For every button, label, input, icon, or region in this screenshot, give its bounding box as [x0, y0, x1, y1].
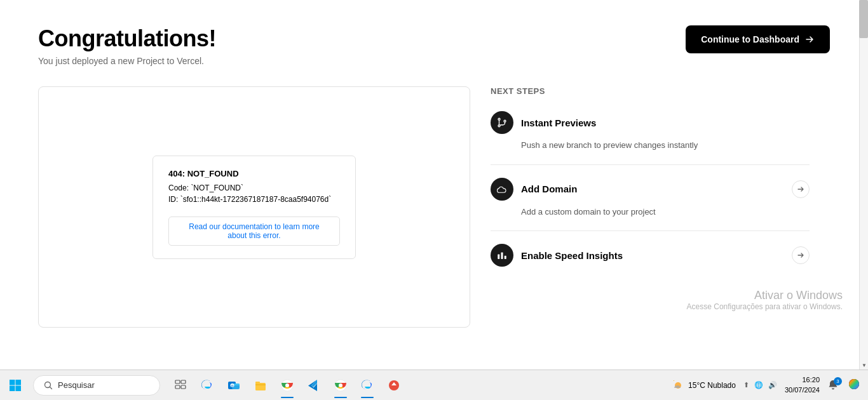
speed-insights-title: Enable Speed Insights [521, 250, 623, 261]
weather-widget: 15°C Nublado [672, 379, 736, 392]
instant-previews-icon [491, 111, 513, 134]
windows-logo-icon [9, 379, 22, 392]
error-code-detail: Code: `NOT_FOUND` [168, 183, 340, 192]
svg-rect-11 [181, 385, 186, 389]
add-domain-arrow[interactable] [792, 180, 810, 198]
tray-notification[interactable]: ⬆ [743, 381, 749, 389]
error-code-line: 404: NOT_FOUND [168, 169, 340, 178]
notification-center[interactable]: 3 [827, 379, 840, 392]
bar-chart-icon [496, 250, 508, 261]
header-section: Congratulations! You just deployed a new… [38, 25, 216, 66]
page-title: Congratulations! [38, 25, 216, 52]
taskbar-app-edge2[interactable] [355, 371, 380, 399]
taskbar-app-taskview[interactable] [168, 371, 193, 399]
svg-rect-2 [505, 256, 506, 259]
step-enable-speed-insights: Enable Speed Insights [491, 244, 810, 284]
system-tray: ⬆ 🌐 🔊 [743, 381, 777, 389]
taskbar-app-chrome1[interactable] [275, 371, 300, 399]
svg-rect-9 [181, 380, 186, 383]
svg-rect-0 [498, 255, 499, 260]
taskbar-app-edge[interactable] [194, 371, 220, 399]
svg-rect-1 [501, 253, 503, 260]
edge-icon-2 [361, 379, 374, 392]
continue-to-dashboard-button[interactable]: Continue to Dashboard [686, 25, 830, 53]
search-icon [44, 381, 53, 390]
outlook-icon: O [227, 379, 240, 392]
taskbar-app-vscode[interactable] [301, 371, 327, 399]
add-domain-icon [491, 178, 513, 201]
svg-point-22 [339, 383, 342, 387]
svg-text:O: O [231, 384, 234, 388]
taskbar-right: 15°C Nublado ⬆ 🌐 🔊 16:20 30/07/2024 3 [672, 375, 868, 395]
rainbow-icon [848, 378, 860, 390]
instant-previews-description: Push a new branch to preview changes ins… [521, 139, 810, 152]
taskbar-search-box[interactable]: Pesquisar [33, 375, 160, 396]
svg-rect-25 [674, 380, 674, 381]
step-add-domain: Add Domain Add a custom domain to your p… [491, 178, 810, 232]
branch-icon [496, 117, 508, 128]
taskbar-app-explorer[interactable] [248, 371, 273, 399]
svg-rect-8 [175, 380, 180, 383]
cloud-icon [496, 183, 508, 195]
next-steps-title: Next Steps [491, 86, 810, 96]
svg-point-27 [849, 379, 859, 389]
taskbar: Pesquisar O [0, 370, 868, 400]
page-subtitle: You just deployed a new Project to Verce… [38, 56, 216, 66]
svg-rect-18 [255, 382, 260, 384]
speed-insights-arrow[interactable] [792, 246, 810, 264]
instant-previews-title: Instant Previews [521, 117, 596, 128]
next-steps-section: Next Steps Instant Previews Push a new b… [470, 86, 830, 328]
tray-volume[interactable]: 🔊 [768, 381, 777, 389]
taskbar-app-misc[interactable] [381, 371, 407, 399]
svg-point-20 [285, 383, 289, 387]
taskbar-app-chrome2[interactable] [328, 371, 353, 399]
arrow-right-icon [804, 34, 815, 44]
step-instant-previews: Instant Previews Push a new branch to pr… [491, 111, 810, 165]
start-button[interactable] [0, 370, 31, 401]
read-docs-button[interactable]: Read our documentation to learn more abo… [168, 217, 340, 246]
error-display: 404: NOT_FOUND Code: `NOT_FOUND` ID: `sf… [153, 156, 356, 259]
scrollbar-arrow-down[interactable]: ▼ [860, 361, 868, 370]
svg-rect-5 [10, 385, 15, 391]
weather-icon [672, 379, 684, 392]
vscode-icon [308, 379, 320, 392]
scrollbar-thumb[interactable] [859, 0, 868, 38]
speed-insights-icon [491, 244, 513, 267]
temperature-display: 15°C Nublado [688, 381, 736, 390]
system-clock[interactable]: 16:20 30/07/2024 [785, 375, 820, 395]
scrollbar[interactable]: ▼ [859, 0, 868, 370]
explorer-icon [254, 379, 267, 392]
svg-rect-4 [16, 380, 22, 385]
add-domain-description: Add a custom domain to your project [521, 206, 810, 218]
misc-icon [388, 379, 400, 392]
add-domain-title: Add Domain [521, 183, 577, 194]
svg-rect-10 [175, 385, 180, 389]
chrome-icon-1 [281, 379, 294, 392]
tray-network[interactable]: 🌐 [754, 381, 763, 389]
taskbar-app-rainbow[interactable] [848, 378, 860, 393]
svg-rect-6 [16, 385, 22, 391]
error-id-detail: ID: `sfo1::h44kt-1722367187187-8caa5f940… [168, 195, 340, 204]
chrome-icon-2 [334, 379, 347, 392]
edge-icon [201, 379, 214, 392]
taskbar-apps: O [168, 371, 407, 399]
deployment-preview: 404: NOT_FOUND Code: `NOT_FOUND` ID: `sf… [38, 86, 470, 328]
svg-rect-3 [10, 380, 15, 385]
taskbar-app-outlook[interactable]: O [221, 371, 247, 399]
taskbar-search-label: Pesquisar [58, 380, 95, 390]
notification-count: 3 [834, 377, 842, 385]
